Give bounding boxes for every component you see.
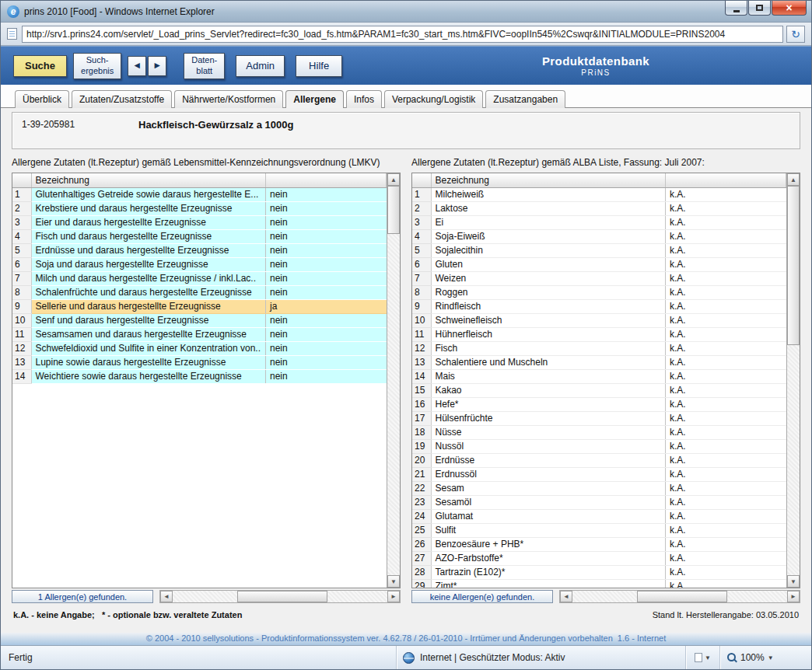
- table-row[interactable]: 1Glutenhaltiges Getreide sowie daraus he…: [12, 187, 387, 201]
- scrollbar-track[interactable]: [572, 591, 787, 602]
- status-options[interactable]: ▼: [685, 646, 719, 669]
- table-row[interactable]: 25Sulfitk.A.: [412, 523, 786, 537]
- scrollbar-thumb[interactable]: [237, 591, 327, 602]
- table-row[interactable]: 20Erdnüssek.A.: [412, 453, 786, 467]
- alba-count-button[interactable]: keine Allergen(e) gefunden.: [411, 590, 553, 603]
- table-row[interactable]: 16Hefe*k.A.: [412, 397, 786, 411]
- scroll-down-icon[interactable]: ▼: [387, 575, 400, 588]
- table-row[interactable]: 18Nüssek.A.: [412, 425, 786, 439]
- table-row[interactable]: 19Nussölk.A.: [412, 439, 786, 453]
- forward-button[interactable]: ►: [148, 56, 166, 76]
- tab-zutaten-zusatzstoffe[interactable]: Zutaten/Zusatzstoffe: [72, 90, 172, 108]
- scrollbar-track[interactable]: [387, 186, 400, 575]
- table-row[interactable]: 6Glutenk.A.: [412, 257, 786, 271]
- scrollbar-track[interactable]: [173, 591, 387, 602]
- table-row[interactable]: 7Milch und daraus hergestellte Erzeugnis…: [12, 271, 387, 285]
- table-row[interactable]: 9Rindfleischk.A.: [412, 299, 786, 313]
- scroll-left-icon[interactable]: ◄: [560, 591, 572, 602]
- table-row[interactable]: 13Schalentiere und Muschelnk.A.: [412, 355, 786, 369]
- table-row[interactable]: 21Erdnussölk.A.: [412, 467, 786, 481]
- tab-nährwerte-kostformen[interactable]: Nährwerte/Kostformen: [174, 90, 283, 108]
- table-row[interactable]: 5Sojalecithink.A.: [412, 243, 786, 257]
- horizontal-scrollbar[interactable]: ◄ ►: [559, 590, 800, 603]
- table-row[interactable]: 10Senf und daraus hergestellte Erzeugnis…: [12, 313, 387, 327]
- security-zone[interactable]: Internet | Geschützter Modus: Aktiv: [396, 646, 685, 669]
- table-row[interactable]: 6Soja und daraus hergestellte Erzeugniss…: [12, 257, 387, 271]
- table-row[interactable]: 5Erdnüsse und daraus hergestellte Erzeug…: [12, 243, 387, 257]
- table-row[interactable]: 4Soja-Eiweißk.A.: [412, 229, 786, 243]
- table-row[interactable]: 9Sellerie und daraus hergestellte Erzeug…: [12, 299, 387, 313]
- scrollbar-thumb[interactable]: [787, 186, 800, 345]
- table-row[interactable]: 24Glutamatk.A.: [412, 509, 786, 523]
- allergen-name: Rindfleisch: [431, 299, 666, 313]
- table-row[interactable]: 7Weizenk.A.: [412, 271, 786, 285]
- datenblatt-button[interactable]: Daten- blatt: [184, 53, 225, 79]
- table-row[interactable]: 10Schweinefleischk.A.: [412, 313, 786, 327]
- scroll-right-icon[interactable]: ►: [387, 591, 400, 602]
- scroll-right-icon[interactable]: ►: [787, 591, 800, 602]
- row-number: 5: [12, 243, 31, 257]
- scroll-down-icon[interactable]: ▼: [787, 575, 800, 588]
- table-row[interactable]: 2Krebstiere und daraus hergestellte Erze…: [12, 201, 387, 215]
- table-row[interactable]: 11Sesamsamen und daraus hergestellte Erz…: [12, 327, 387, 341]
- scroll-up-icon[interactable]: ▲: [787, 173, 800, 186]
- magnifier-icon: [726, 652, 737, 663]
- scroll-left-icon[interactable]: ◄: [160, 591, 173, 602]
- suchergebnis-button[interactable]: Such- ergebnis: [73, 53, 121, 79]
- tab-verpackung-logistik[interactable]: Verpackung/Logistik: [384, 90, 483, 108]
- scroll-up-icon[interactable]: ▲: [387, 173, 400, 186]
- table-row[interactable]: 26Benzoesäure + PHB*k.A.: [412, 537, 786, 551]
- table-row[interactable]: 23Sesamölk.A.: [412, 495, 786, 509]
- horizontal-scrollbar[interactable]: ◄ ►: [159, 590, 401, 603]
- hilfe-button[interactable]: Hilfe: [296, 55, 342, 77]
- table-row[interactable]: 13Lupine sowie daraus hergestellte Erzeu…: [12, 355, 387, 369]
- table-row[interactable]: 14Weichtiere sowie daraus hergestellte E…: [12, 369, 387, 383]
- table-row[interactable]: 12Fischk.A.: [412, 341, 786, 355]
- row-number: 7: [412, 271, 431, 285]
- zoom-control[interactable]: 100% ▼: [719, 646, 811, 669]
- url-input[interactable]: [22, 26, 783, 43]
- back-button[interactable]: ◄: [128, 56, 146, 76]
- table-row[interactable]: 3Eik.A.: [412, 215, 786, 229]
- table-row[interactable]: 22Sesamk.A.: [412, 481, 786, 495]
- bezeichnung-header: Bezeichnung: [31, 173, 266, 187]
- table-row[interactable]: 2Laktosek.A.: [412, 201, 786, 215]
- allergen-name: Schwefeldioxid und Sulfite in einer Konz…: [31, 341, 266, 355]
- table-row[interactable]: 1Milcheiweißk.A.: [412, 187, 786, 201]
- table-row[interactable]: 27AZO-Farbstoffe*k.A.: [412, 551, 786, 565]
- minimize-button[interactable]: [725, 1, 747, 16]
- table-row[interactable]: 3Eier und daraus hergestellte Erzeugniss…: [12, 215, 387, 229]
- tab-zusatzangaben[interactable]: Zusatzangaben: [485, 90, 565, 108]
- allergen-value: k.A.: [666, 425, 786, 439]
- tab-überblick[interactable]: Überblick: [15, 90, 69, 108]
- allergen-name: Erdnüsse: [431, 453, 666, 467]
- allergen-name: Erdnüsse und daraus hergestellte Erzeugn…: [31, 243, 266, 257]
- scrollbar-track[interactable]: [787, 186, 800, 575]
- table-row[interactable]: 15Kakaok.A.: [412, 383, 786, 397]
- table-row[interactable]: 12Schwefeldioxid und Sulfite in einer Ko…: [12, 341, 387, 355]
- table-row[interactable]: 14Maisk.A.: [412, 369, 786, 383]
- tab-infos[interactable]: Infos: [346, 90, 382, 108]
- allergen-value: k.A.: [666, 187, 786, 201]
- scrollbar-thumb[interactable]: [637, 591, 727, 602]
- scrollbar-thumb[interactable]: [387, 186, 400, 234]
- table-row[interactable]: 8Roggenk.A.: [412, 285, 786, 299]
- table-row[interactable]: 8Schalenfrüchte und daraus hergestellte …: [12, 285, 387, 299]
- allergen-name: Hefe*: [431, 397, 666, 411]
- admin-button[interactable]: Admin: [236, 55, 285, 77]
- table-row[interactable]: 11Hühnerfleischk.A.: [412, 327, 786, 341]
- table-row[interactable]: 17Hülsenfrüchtek.A.: [412, 411, 786, 425]
- maximize-button[interactable]: [748, 1, 771, 16]
- title-bar[interactable]: e prins 2010 [Food] - Windows Internet E…: [1, 1, 811, 23]
- close-button[interactable]: ×: [772, 1, 807, 16]
- lmkv-count-button[interactable]: 1 Allergen(e) gefunden.: [12, 590, 153, 603]
- vertical-scrollbar[interactable]: ▲ ▼: [387, 173, 400, 588]
- table-row[interactable]: 28Tartrazin (E102)*k.A.: [412, 565, 786, 579]
- suche-button[interactable]: Suche: [13, 55, 67, 77]
- tab-allergene[interactable]: Allergene: [285, 90, 344, 108]
- table-row[interactable]: 29Zimt*k.A.: [412, 579, 786, 588]
- vertical-scrollbar[interactable]: ▲ ▼: [786, 173, 800, 588]
- row-number: 7: [12, 271, 31, 285]
- refresh-icon[interactable]: ↻: [786, 26, 805, 43]
- table-row[interactable]: 4Fisch und daraus hergestellte Erzeugnis…: [12, 229, 387, 243]
